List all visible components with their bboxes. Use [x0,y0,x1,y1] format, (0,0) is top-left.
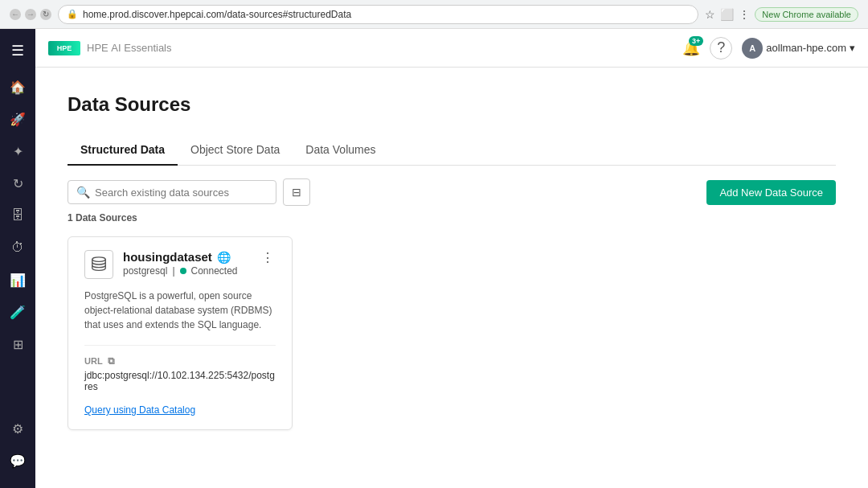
sidebar-item-clock[interactable]: ⏱ [3,233,32,262]
address-bar[interactable]: 🔒 home.prod.discover.hpepcai.com/data-so… [58,5,698,24]
main-content: Data Sources Structured Data Object Stor… [35,68,868,488]
filter-icon: ⊟ [292,186,301,199]
card-description: PostgreSQL is a powerful, open source ob… [84,289,276,332]
url-label: URL [84,356,103,366]
sidebar-item-home[interactable]: 🏠 [3,72,32,101]
card-url-value: jdbc:postgresql://10.102.134.225:5432/po… [84,370,276,392]
data-source-card: housingdataset 🌐 postgresql | Connected … [68,236,293,430]
search-box[interactable]: 🔍 [68,180,276,204]
tab-button[interactable]: ⬜ [720,8,734,21]
card-title: housingdataset 🌐 [123,250,250,264]
status-dot [180,268,186,274]
forward-button[interactable]: → [25,9,36,20]
sidebar: ☰ 🏠 🚀 ✦ ↻ 🗄 ⏱ 📊 🧪 ⊞ ⚙ 💬 [0,29,35,488]
lock-icon: 🔒 [67,9,78,19]
hpe-logo: HPE HPE AI Essentials [48,41,172,55]
toolbar: 🔍 ⊟ Add New Data Source [68,178,836,206]
hpe-logo-mark: HPE [48,41,80,55]
card-db-type: postgresql [123,265,167,277]
tab-structured-data[interactable]: Structured Data [68,135,178,166]
sidebar-item-chat[interactable]: 💬 [3,446,32,475]
tab-data-volumes[interactable]: Data Volumes [293,135,388,166]
tab-object-store-data[interactable]: Object Store Data [178,135,293,166]
sidebar-item-lab[interactable]: 🧪 [3,297,32,326]
sidebar-item-database[interactable]: 🗄 [3,201,32,230]
hamburger-menu-button[interactable]: ☰ [0,35,35,66]
chrome-available-badge: New Chrome available [755,7,858,22]
notification-bell-button[interactable]: 🔔 3+ [682,39,700,57]
sidebar-item-ai[interactable]: ✦ [3,137,32,166]
copy-icon: ⧉ [108,355,115,367]
refresh-button[interactable]: ↻ [40,9,51,20]
help-button[interactable]: ? [710,37,732,59]
svg-point-0 [92,257,106,262]
url-text: home.prod.discover.hpepcai.com/data-sour… [83,9,351,20]
tabs-bar: Structured Data Object Store Data Data V… [68,135,836,166]
top-nav: HPE HPE AI Essentials 🔔 3+ ? A aollman-h… [35,29,868,68]
result-count: 1 Data Sources [68,212,836,223]
user-name: aollman-hpe.com [766,42,846,54]
card-divider [84,345,276,346]
search-icon: 🔍 [76,186,90,199]
sidebar-item-chart[interactable]: 📊 [3,265,32,294]
notification-badge: 3+ [689,36,703,46]
card-more-menu-button[interactable]: ⋮ [260,250,276,265]
card-db-icon [84,250,113,279]
sidebar-item-grid[interactable]: ⊞ [3,330,32,359]
globe-icon: 🌐 [217,251,231,264]
chevron-down-icon: ▾ [850,42,855,54]
sidebar-item-launch[interactable]: 🚀 [3,105,32,133]
add-data-source-button[interactable]: Add New Data Source [706,180,836,205]
user-menu[interactable]: A aollman-hpe.com ▾ [742,38,855,59]
page-title: Data Sources [68,93,836,116]
back-button[interactable]: ← [10,9,21,20]
search-input[interactable] [95,187,268,199]
browser-bar: ← → ↻ 🔒 home.prod.discover.hpepcai.com/d… [0,0,868,29]
filter-button[interactable]: ⊟ [283,178,310,206]
hpe-logo-text: HPE AI Essentials [87,42,172,54]
avatar: A [742,38,763,59]
sidebar-item-models[interactable]: ↻ [3,169,32,198]
sidebar-item-settings[interactable]: ⚙ [3,414,32,443]
menu-button[interactable]: ⋮ [739,8,750,21]
query-catalog-link[interactable]: Query using Data Catalog [84,404,195,416]
card-status: Connected [191,265,238,277]
star-button[interactable]: ☆ [705,8,715,21]
